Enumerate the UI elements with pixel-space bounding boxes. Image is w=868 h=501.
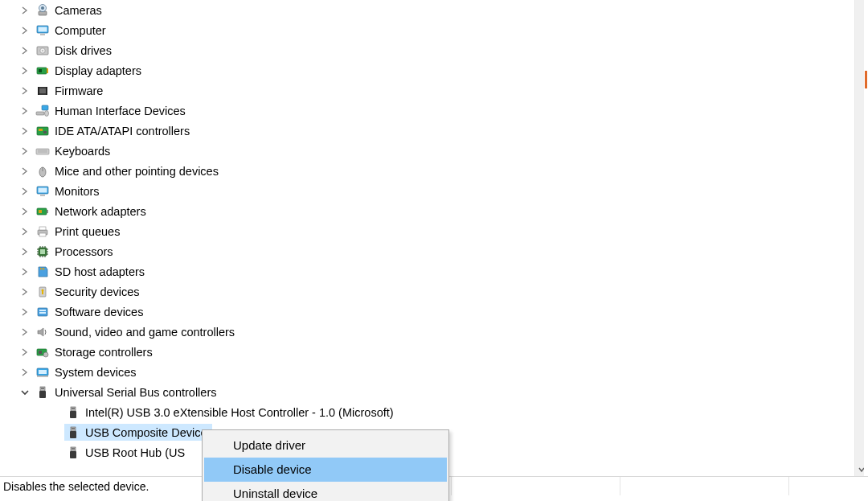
device-intel-usb[interactable]: Intel(R) USB 3.0 eXtensible Host Control… bbox=[64, 402, 868, 422]
svg-rect-57 bbox=[39, 310, 46, 311]
sd-icon bbox=[35, 265, 50, 279]
svg-rect-64 bbox=[37, 376, 48, 377]
category-label: System devices bbox=[55, 366, 141, 379]
menu-disable-device[interactable]: Disable device bbox=[204, 458, 447, 482]
category-sound[interactable]: Sound, video and game controllers bbox=[19, 322, 868, 342]
svg-rect-5 bbox=[40, 34, 45, 35]
category-computer[interactable]: Computer bbox=[19, 20, 868, 40]
svg-rect-77 bbox=[71, 447, 76, 451]
category-label: Disk drives bbox=[55, 44, 117, 57]
chevron-right-icon[interactable] bbox=[19, 125, 31, 137]
svg-rect-73 bbox=[71, 427, 76, 431]
category-monitors[interactable]: Monitors bbox=[19, 181, 868, 201]
firmware-icon bbox=[35, 84, 50, 98]
category-print-queues[interactable]: Print queues bbox=[19, 221, 868, 241]
device-usb-root-hub[interactable]: USB Root Hub (US bbox=[64, 442, 868, 462]
category-label: Software devices bbox=[55, 306, 148, 318]
chevron-right-icon[interactable] bbox=[19, 306, 31, 318]
category-label: Monitors bbox=[55, 185, 104, 198]
context-menu[interactable]: Update driver Disable device Uninstall d… bbox=[202, 429, 449, 501]
category-network[interactable]: Network adapters bbox=[19, 201, 868, 221]
category-keyboards[interactable]: Keyboards bbox=[19, 141, 868, 161]
svg-rect-69 bbox=[71, 407, 76, 411]
hid-icon bbox=[35, 104, 50, 118]
menu-item-label: Uninstall device bbox=[233, 487, 317, 500]
svg-rect-58 bbox=[39, 312, 46, 314]
category-label: Keyboards bbox=[55, 145, 115, 158]
category-security[interactable]: Security devices bbox=[19, 281, 868, 302]
mouse-icon bbox=[35, 164, 50, 179]
category-processors[interactable]: Processors bbox=[19, 241, 868, 261]
chevron-right-icon[interactable] bbox=[19, 286, 31, 298]
menu-uninstall-device[interactable]: Uninstall device bbox=[204, 482, 447, 501]
chevron-right-icon[interactable] bbox=[19, 45, 31, 56]
category-cameras[interactable]: Cameras bbox=[19, 0, 868, 20]
device-label: USB Root Hub (US bbox=[85, 446, 190, 459]
svg-rect-80 bbox=[74, 448, 75, 450]
svg-rect-16 bbox=[42, 105, 48, 110]
camera-icon bbox=[35, 3, 50, 18]
chevron-right-icon[interactable] bbox=[19, 347, 31, 358]
menu-update-driver[interactable]: Update driver bbox=[204, 433, 447, 458]
category-firmware[interactable]: Firmware bbox=[19, 80, 868, 101]
chevron-right-icon[interactable] bbox=[19, 85, 31, 97]
category-label: Display adapters bbox=[55, 64, 146, 77]
keyboard-icon bbox=[35, 144, 50, 158]
category-label: Print queues bbox=[55, 225, 125, 238]
monitor-icon bbox=[35, 184, 50, 199]
category-ide[interactable]: IDE ATA/ATAPI controllers bbox=[19, 121, 868, 141]
window-edge bbox=[864, 0, 868, 476]
category-label: Security devices bbox=[55, 285, 145, 298]
chevron-right-icon[interactable] bbox=[19, 246, 31, 257]
svg-rect-79 bbox=[72, 448, 73, 450]
svg-rect-50 bbox=[40, 268, 41, 270]
system-icon bbox=[35, 365, 50, 380]
category-storage[interactable]: Storage controllers bbox=[19, 342, 868, 362]
chevron-right-icon[interactable] bbox=[19, 25, 31, 36]
chevron-right-icon[interactable] bbox=[19, 166, 31, 177]
category-sd[interactable]: SD host adapters bbox=[19, 261, 868, 281]
svg-rect-10 bbox=[39, 69, 42, 72]
device-tree[interactable]: Cameras Computer Disk drives Display ada… bbox=[0, 0, 868, 462]
svg-rect-32 bbox=[47, 210, 48, 213]
ide-icon bbox=[35, 124, 50, 138]
category-usb[interactable]: Universal Serial Bus controllers bbox=[19, 382, 868, 402]
svg-point-61 bbox=[43, 352, 48, 357]
chevron-right-icon[interactable] bbox=[19, 186, 31, 197]
chevron-right-icon[interactable] bbox=[19, 65, 31, 76]
computer-icon bbox=[35, 23, 50, 38]
svg-rect-4 bbox=[39, 27, 47, 31]
svg-rect-75 bbox=[72, 428, 73, 429]
chevron-right-icon[interactable] bbox=[19, 105, 31, 117]
svg-rect-72 bbox=[74, 408, 75, 409]
category-label: Firmware bbox=[55, 84, 108, 97]
category-mice[interactable]: Mice and other pointing devices bbox=[19, 161, 868, 181]
svg-rect-66 bbox=[39, 391, 46, 398]
category-display-adapters[interactable]: Display adapters bbox=[19, 60, 868, 80]
device-usb-composite[interactable]: USB Composite Device bbox=[64, 422, 868, 442]
svg-rect-60 bbox=[39, 351, 42, 354]
chevron-right-icon[interactable] bbox=[19, 5, 31, 16]
svg-rect-15 bbox=[46, 87, 47, 95]
chevron-right-icon[interactable] bbox=[19, 226, 31, 237]
chevron-down-icon[interactable] bbox=[19, 387, 31, 398]
chevron-right-icon[interactable] bbox=[19, 367, 31, 378]
security-icon bbox=[35, 285, 50, 299]
svg-rect-70 bbox=[70, 411, 76, 418]
usb-icon bbox=[35, 385, 50, 400]
chevron-right-icon[interactable] bbox=[19, 266, 31, 277]
display-adapter-icon bbox=[35, 64, 50, 78]
sound-icon bbox=[35, 325, 50, 339]
usb-icon bbox=[66, 425, 80, 440]
chevron-right-icon[interactable] bbox=[19, 146, 31, 157]
svg-point-2 bbox=[41, 6, 44, 10]
category-hid[interactable]: Human Interface Devices bbox=[19, 101, 868, 121]
chevron-right-icon[interactable] bbox=[19, 206, 31, 217]
category-system[interactable]: System devices bbox=[19, 362, 868, 382]
category-software[interactable]: Software devices bbox=[19, 302, 868, 322]
svg-rect-68 bbox=[43, 388, 44, 389]
category-disk-drives[interactable]: Disk drives bbox=[19, 40, 868, 60]
chevron-right-icon[interactable] bbox=[19, 326, 31, 338]
category-label: Human Interface Devices bbox=[55, 105, 190, 117]
svg-rect-31 bbox=[39, 210, 42, 213]
